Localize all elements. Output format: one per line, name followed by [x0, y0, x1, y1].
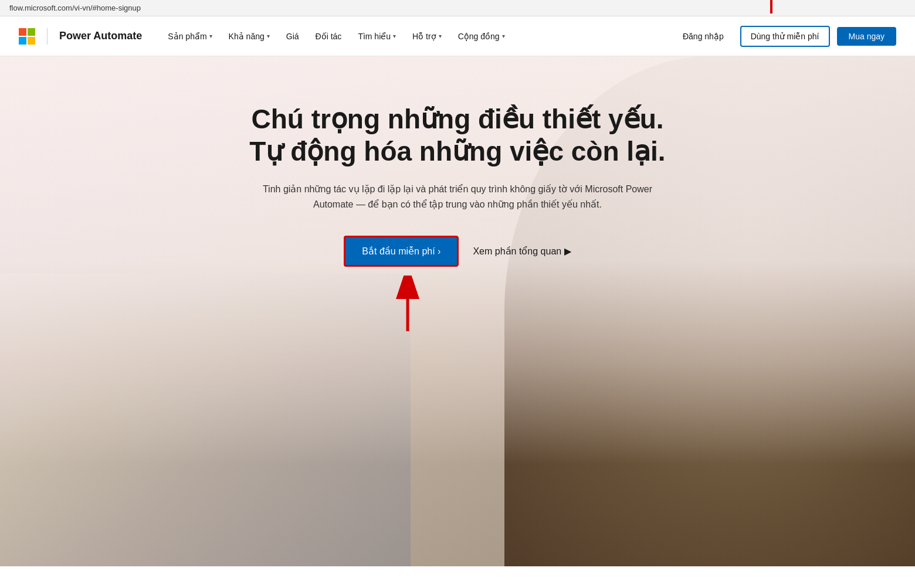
- nav-item-products[interactable]: Sản phẩm ▾: [161, 27, 219, 46]
- hero-title: Chú trọng những điều thiết yếu. Tự động …: [249, 103, 665, 168]
- overview-button[interactable]: Xem phần tổng quan ▶: [473, 246, 571, 257]
- nav-item-partners[interactable]: Đối tác: [309, 27, 349, 46]
- hero-section: Chú trọng những điều thiết yếu. Tự động …: [0, 56, 915, 566]
- brand-divider: [47, 28, 48, 45]
- annotation-arrow-top-right: [754, 0, 789, 16]
- nav-item-support[interactable]: Hỗ trợ ▾: [405, 27, 449, 46]
- hero-content: Chú trọng những điều thiết yếu. Tự động …: [249, 56, 665, 267]
- free-trial-button[interactable]: Dùng thử miễn phí: [740, 26, 830, 47]
- nav-menu: Sản phẩm ▾ Khả năng ▾ Giá Đối tác Tìm hi…: [161, 27, 673, 46]
- nav-item-community[interactable]: Cộng đồng ▾: [451, 27, 512, 46]
- hero-buttons: Bắt đầu miễn phí › Xem phần tổng quan ▶: [249, 236, 665, 267]
- nav-item-learn[interactable]: Tìm hiểu ▾: [351, 27, 403, 46]
- chevron-down-icon: ▾: [502, 33, 505, 39]
- chevron-down-icon: ▾: [209, 33, 212, 39]
- buy-now-button[interactable]: Mua ngay: [837, 27, 896, 46]
- url-text: flow.microsoft.com/vi-vn/#home-signup: [9, 4, 141, 12]
- annotation-arrow-bottom: [387, 276, 428, 334]
- free-trial-wrapper: Dùng thử miễn phí: [740, 26, 830, 47]
- hero-subtitle: Tinh giản những tác vụ lặp đi lặp lại và…: [252, 182, 663, 212]
- nav-item-capabilities[interactable]: Khả năng ▾: [222, 27, 277, 46]
- brand-logo[interactable]: Power Automate: [19, 28, 142, 45]
- login-button[interactable]: Đăng nhập: [673, 27, 733, 46]
- app-name: Power Automate: [59, 30, 142, 42]
- navbar-actions: Đăng nhập Dùng thử miễn phí Mua ngay: [673, 26, 896, 47]
- microsoft-logo: [19, 28, 35, 45]
- chevron-down-icon: ▾: [439, 33, 442, 39]
- start-free-button[interactable]: Bắt đầu miễn phí ›: [344, 236, 459, 267]
- chevron-down-icon: ▾: [393, 33, 396, 39]
- navbar: Power Automate Sản phẩm ▾ Khả năng ▾ Giá…: [0, 16, 915, 56]
- nav-item-pricing[interactable]: Giá: [279, 27, 306, 46]
- chevron-down-icon: ▾: [267, 33, 270, 39]
